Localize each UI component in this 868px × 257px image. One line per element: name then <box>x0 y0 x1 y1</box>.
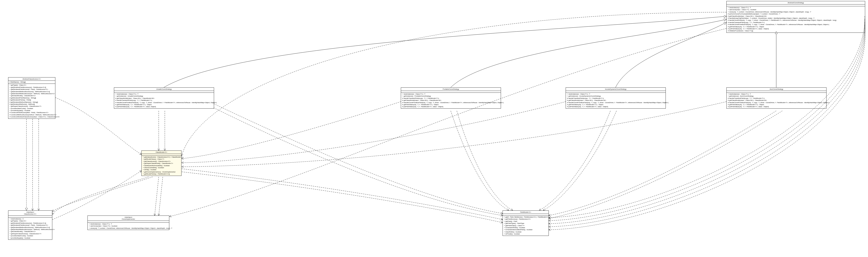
method-row: + providesEquals() : boolean <box>9 109 54 111</box>
methods-section: + newInstance() : C + getType() : Class<… <box>8 218 52 239</box>
fields-section <box>726 91 826 93</box>
method-row: + get(f : Field, fieldAccess : FieldAcce… <box>504 216 547 218</box>
method-row: # putFieldValue(obj : T, f : FieldModel<… <box>728 28 864 30</box>
method-row: # getClassModel(clazz : Class<W>) : Clas… <box>728 15 864 17</box>
method-row: # handleClonePrimitiveField(obj : T, cop… <box>402 102 499 104</box>
class-title: UnsafeCloneStrategy <box>114 88 214 91</box>
methods-section: + newInstance(c : Class<T>) : T + getIns… <box>114 93 214 108</box>
fields-section <box>726 4 865 6</box>
method-row: # getDeclaredMethods() : Method[] <box>9 103 54 105</box>
class-class-model: ClassModel<C> + get(classAccess : ClassA… <box>142 151 182 176</box>
method-row: # handleClonePrimitiveField(obj : T, cop… <box>115 102 213 104</box>
method-row: # putFieldValue(obj : T, f : FieldModel<… <box>728 106 825 108</box>
method-row: + providesHashCode() : boolean <box>9 235 51 237</box>
stereotype: «interface» <box>89 216 168 218</box>
class-title: «interface» CloneImplementor <box>88 216 169 221</box>
method-row: # getDeclaredMethodNames() : String[] <box>9 101 54 103</box>
method-row: + getFieldType() : FieldType <box>504 222 547 224</box>
class-title: ClassModel<C> <box>142 151 181 154</box>
method-row: + newInstance() : C <box>9 218 51 220</box>
method-row: + getFieldAccess() : FieldAccess<C> <box>504 218 547 220</box>
method-row: # getClassModel(clazz : Class<W>) : Clas… <box>567 99 664 101</box>
method-row: + getInstance() : PortableCloneStrategy <box>402 95 499 97</box>
method-row: + getType() : Class<C> <box>9 84 54 86</box>
methods-section: + newInstance(c : Class<T>) : T + getIns… <box>401 93 501 108</box>
method-row: + getDeclaredMethodAccessors() : MethodA… <box>9 91 54 93</box>
method-row: # handleTransientField(copy : T, f : Fie… <box>728 97 825 99</box>
field-row: # fieldNames : String[] <box>9 81 54 83</box>
methods-section: + newInstance(c : Class<T>) : T + canClo… <box>726 6 865 33</box>
method-row: + clone(obj : T, context : CloneDriver, … <box>89 227 168 229</box>
class-field-model: FieldModel<C> + get(f : Field, fieldAcce… <box>502 211 549 236</box>
method-row: + get(classAccess : ClassAccess<C>) : Cl… <box>143 156 180 158</box>
interface-class-access: «interface» ClassAccess<C> + newInstance… <box>8 211 52 240</box>
method-row: # getClassModel(clazz : Class<W>) : Clas… <box>402 99 499 101</box>
method-row: # handleArrayOrigFieldValue : T, context… <box>728 17 864 19</box>
methods-section: + newInstance(c : Class<T>) : T + getIns… <box>566 93 665 108</box>
method-row: + isNonCloneable() : boolean <box>143 167 180 169</box>
method-row: + newInstance(c : Class<T>) : T <box>728 7 864 9</box>
method-row: + newInstance(c : Class<T>) : T <box>402 93 499 95</box>
fields-section <box>142 154 181 156</box>
class-abstract-class-access: AbstractClassAccess<C> # fieldNames : St… <box>8 77 55 119</box>
method-row: + isDetectedAsImmutable() : boolean <box>143 165 180 167</box>
method-row: # getClassModel(clazz : Class<W>) : Clas… <box>115 97 213 99</box>
class-title: AsmCloneStrategy <box>726 88 826 91</box>
fields-section <box>114 91 214 93</box>
method-row: + getDeclaredMethodAccess(m : Method) : … <box>9 228 51 231</box>
method-row: # handleTransientField(copy : T, f : Fie… <box>402 97 499 99</box>
method-row: # performCloneForCloneableMethod(object … <box>728 13 864 15</box>
method-row: + getType() : Class<C> <box>9 220 51 222</box>
class-title: AbstractClassAccess<C> <box>8 77 55 81</box>
method-row: + getDeclaredFieldAccessors() : FieldAcc… <box>9 222 51 224</box>
interface-clone-implementor: «interface» CloneImplementor + newInstan… <box>88 216 169 230</box>
fields-section <box>88 221 169 223</box>
class-title: AbstractCloneStrategy <box>726 1 865 4</box>
fields-section <box>566 91 665 93</box>
method-row: + canClone(clazz : Class<?>) : boolean <box>728 9 864 11</box>
method-row: + getDeclaredFieldAccessors() : FieldAcc… <box>9 87 54 89</box>
method-row: + clone(obj : T, context : CloneDriver, … <box>728 11 864 13</box>
method-row: # handleTransientField(copy : T, f : Fie… <box>728 22 864 24</box>
method-row: + getInstance() : UnsafeCloneStrategy <box>115 95 213 97</box>
method-row: + isFlat() : boolean <box>143 169 180 171</box>
method-row: # getDeclaredFields() : Field[] <box>9 99 54 101</box>
class-title: FieldModel<C> <box>503 211 549 214</box>
method-row: # constructFieldAccess(field : Field) : … <box>9 111 54 114</box>
stereotype: «interface» <box>9 211 51 213</box>
method-row: + getDeclaredMethodAccessors() : MethodA… <box>9 226 51 228</box>
method-row: # handleClonePrimitiveField(obj : T, cop… <box>567 102 664 104</box>
method-row: # getClassModel(clazz : Class<W>) : Clas… <box>728 99 825 101</box>
class-invoke-dynamic-clone-strategy: InvokeDynamicCloneStrategy + newInstance… <box>566 88 666 108</box>
methods-section: + get(classAccess : ClassAccess<C>) : Cl… <box>142 156 181 176</box>
class-title: InvokeDynamicCloneStrategy <box>566 88 665 91</box>
method-row: # putFieldValue(obj : T, f : FieldModel<… <box>567 106 664 108</box>
method-row: + getClassAccess() : ClassAccess<C> <box>143 160 180 162</box>
class-title: «interface» ClassAccess<C> <box>8 211 52 216</box>
method-row: # constructMethodAccess(method : Method)… <box>9 114 54 116</box>
method-row: # handleTransientField(copy : T, f : Fie… <box>115 99 213 101</box>
fields-section <box>401 91 501 93</box>
method-row: + getDeclaredFieldAccess(f : Field) : Fi… <box>9 89 54 91</box>
fields-section <box>503 214 549 216</box>
methods-section: + newInstance(c : Class<T>) : T + canClo… <box>88 223 169 230</box>
fields-section <box>8 216 52 218</box>
class-title: PortableCloneStrategy <box>401 88 501 91</box>
class-portable-clone-strategy: PortableCloneStrategy + newInstance(c : … <box>401 88 501 108</box>
method-row: + newInstance(c : Class<T>) : T <box>115 93 213 95</box>
method-row: + newInstance(c : Class<T>) : T <box>567 93 664 95</box>
method-row: # getFieldValue(obj : T, f : FieldModel<… <box>115 104 213 106</box>
method-row: + getSuperClassAccess() : ClassAccess<?> <box>9 233 51 235</box>
title-text: CloneImplementor <box>122 218 135 220</box>
method-row: + getSuperClassAccess() : ClassAccess<?> <box>9 105 54 107</box>
method-row: + providesEquals() : boolean <box>9 237 51 239</box>
method-row: + canClone(clazz : Class<?>) : boolean <box>89 225 168 227</box>
method-row: + getField() : Field <box>504 220 547 222</box>
method-row: + getInstance() : InvokeDynamicCloneStra… <box>567 95 664 97</box>
method-row: + getFieldClass() : Class<?> <box>504 225 547 227</box>
class-unsafe-clone-strategy: UnsafeCloneStrategy + newInstance(c : Cl… <box>114 88 214 108</box>
method-row: + getClassModel() : ClassModel<C> <box>9 95 54 97</box>
method-row: # getFieldValue(obj : T, f : FieldModel<… <box>402 104 499 106</box>
method-row: # initialiseFor(classes : Class<T>[]) <box>728 30 864 32</box>
method-row: # getDeclaredFieldNames() : String[] <box>9 97 54 99</box>
